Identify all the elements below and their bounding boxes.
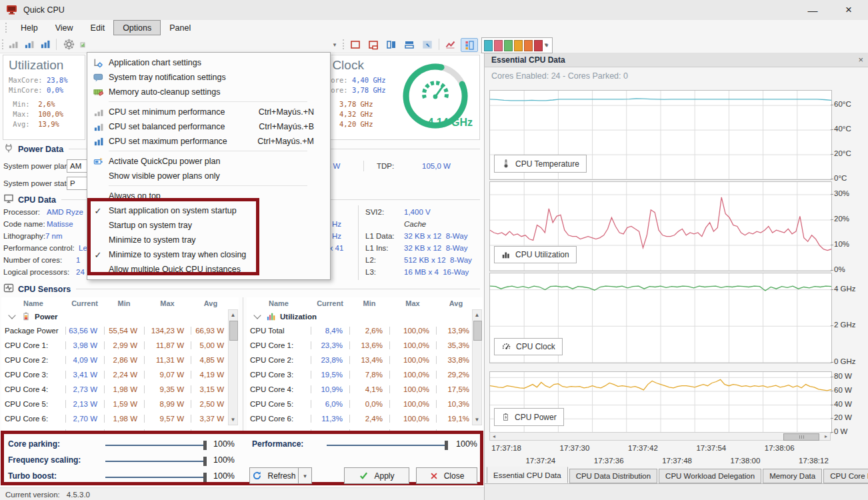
zigzag-chart-button[interactable]	[442, 38, 458, 51]
table-row[interactable]: CPU Core 1:3,98 W2,99 W11,87 W5,00 W	[1, 338, 227, 353]
slider-track[interactable]	[105, 477, 205, 478]
table-row[interactable]: CPU Core 4:10,9%4,1%100,0%17,5%	[247, 382, 471, 397]
menu-item-show-visible-power-plans-only[interactable]: Show visible power plans only	[87, 169, 330, 183]
panel-title: Essential CPU Data	[491, 55, 565, 65]
table-row[interactable]: CPU Core 5:6,0%0,0%100,0%10,3%	[247, 397, 471, 411]
toolbar-dropdown-arrow[interactable]: ▾	[330, 38, 339, 51]
menu-options[interactable]: Options	[113, 20, 161, 35]
menu-item-startup-on-system-tray[interactable]: Startup on system tray	[87, 218, 330, 233]
menu-item-activate-quickcpu-power-plan[interactable]: Activate QuickCpu power plan	[87, 154, 330, 169]
tab-memory-data[interactable]: Memory Data	[763, 469, 822, 483]
refresh-button[interactable]: Refresh	[249, 467, 299, 484]
bars-max-button[interactable]	[38, 38, 52, 51]
menu-item-minimize-to-system-tray[interactable]: Minimize to system tray	[87, 233, 330, 247]
table-row[interactable]: CPU Core 2:4,09 W2,86 W11,31 W4,85 W	[1, 353, 227, 367]
tab-cpu-core-parking[interactable]: CPU Core Parking	[823, 469, 868, 483]
scroll-up-arrow[interactable]: ▲	[473, 310, 481, 320]
vertical-scrollbar[interactable]: ▲▼	[472, 309, 482, 425]
menu-item-cpu-set-balanced-performance[interactable]: CPU set balanced performanceCtrl+Mayús.+…	[87, 119, 330, 134]
close-button-panel[interactable]: Close	[416, 467, 477, 484]
cpu-data-fragment: Hz	[332, 232, 341, 240]
utilization-group-row[interactable]: Utilization	[247, 309, 483, 323]
gauge-icon	[501, 342, 511, 351]
menu-view[interactable]: View	[47, 20, 82, 35]
scrollbar-thumb[interactable]	[229, 321, 238, 341]
refresh-dropdown-button[interactable]: ▾	[298, 467, 312, 484]
menu-item-cpu-set-minimum-performance[interactable]: CPU set minimum performanceCtrl+Mayús.+N	[87, 105, 330, 119]
stacked-rows-button[interactable]	[401, 38, 417, 51]
time-tick-label: 17:37:24	[525, 457, 555, 465]
scroll-right-arrow[interactable]: ▸	[822, 433, 830, 440]
menu-edit[interactable]: Edit	[82, 20, 114, 35]
chevron-down-icon[interactable]	[253, 311, 261, 319]
chart-horizontal-scrollbar[interactable]: ◂▸	[489, 432, 831, 441]
vertical-scrollbar[interactable]: ▲▼	[228, 309, 238, 425]
color-swatch[interactable]	[484, 40, 493, 51]
power-group-row[interactable]: Power	[1, 309, 239, 323]
color-swatch[interactable]	[504, 40, 513, 51]
tab-cpu-workload-delegation[interactable]: CPU Workload Delegation	[659, 469, 761, 483]
slider-track[interactable]	[327, 445, 447, 446]
settings-gear-button[interactable]	[61, 38, 76, 51]
menu-item-memory-auto-cleanup-settings[interactable]: Memory auto-cleanup settings	[87, 85, 330, 99]
table-row[interactable]: CPU Total8,4%2,6%100,0%13,9%	[247, 323, 471, 338]
menu-item-application-chart-settings[interactable]: Application chart settings	[87, 55, 330, 70]
table-row[interactable]: Package Power63,56 W55,54 W134,23 W66,93…	[1, 323, 227, 338]
table-row[interactable]: CPU Core 7:2,01 W0,73 W9,06 W1,97 W	[1, 426, 227, 431]
close-button[interactable]: ×	[833, 0, 864, 20]
scroll-up-arrow[interactable]: ▲	[229, 310, 237, 320]
tab-essential-cpu-data[interactable]: Essential CPU Data	[487, 467, 568, 483]
slider-track[interactable]	[105, 461, 205, 462]
menu-help[interactable]: Help	[12, 20, 47, 35]
table-row[interactable]: CPU Core 2:23,8%13,4%100,0%33,8%	[247, 353, 471, 367]
table-row[interactable]: CPU Core 1:23,3%13,6%100,0%35,3%	[247, 338, 471, 353]
time-tick-label: 17:38:00	[731, 457, 761, 465]
scrollbar-thumb[interactable]	[783, 433, 819, 441]
bars-min-button[interactable]	[6, 38, 20, 51]
menu-panel[interactable]: Panel	[161, 20, 199, 35]
power-header-row: NameCurrentMinMaxAvg	[1, 297, 227, 309]
slider-handle[interactable]	[203, 473, 207, 482]
slider-track[interactable]	[105, 445, 205, 446]
scrollbar-thumb[interactable]	[473, 321, 482, 341]
menu-item-always-on-top[interactable]: Always on top	[87, 189, 330, 203]
window-panel-layout-button[interactable]	[365, 38, 381, 51]
y-axis-tick	[831, 129, 833, 130]
color-swatch[interactable]	[494, 40, 503, 51]
sensor-name: CPU Core 6:	[247, 415, 311, 423]
window-back-button[interactable]	[419, 38, 435, 51]
menu-item-allow-multiple-quick-cpu-instances[interactable]: Allow multiple Quick CPU instances	[87, 262, 330, 277]
menu-item-cpu-set-maximum-performance[interactable]: CPU set maximum performanceCtrl+Mayús.+M	[87, 134, 330, 149]
panel-close-icon[interactable]: ×	[858, 55, 863, 65]
tab-cpu-data-distribution[interactable]: CPU Data Distribution	[569, 469, 657, 483]
scroll-down-arrow[interactable]: ▼	[229, 415, 237, 425]
scroll-down-arrow[interactable]: ▼	[473, 415, 481, 425]
table-row[interactable]: CPU Core 4:2,73 W1,98 W9,35 W3,15 W	[1, 382, 227, 397]
menu-item-system-tray-notification-settings[interactable]: System tray notification settings	[87, 70, 330, 85]
chevron-down-icon[interactable]	[8, 311, 15, 319]
menu-item-label: CPU set maximum performance	[109, 137, 257, 146]
split-columns-button[interactable]	[383, 38, 399, 51]
color-swatch[interactable]	[524, 40, 533, 51]
menu-item-start-application-on-system-startup[interactable]: ✓Start application on system startup	[87, 203, 330, 218]
toolbar-dropdown-arrow[interactable]: ▾	[541, 38, 551, 51]
bars-balanced-icon	[24, 39, 34, 49]
chart-partial-button[interactable]	[78, 38, 87, 51]
window-layout-button[interactable]	[347, 38, 363, 51]
slider-handle[interactable]	[445, 441, 448, 450]
table-row[interactable]: CPU Core 3:3,41 W2,24 W9,07 W4,19 W	[1, 367, 227, 382]
slider-handle[interactable]	[203, 441, 207, 450]
table-row[interactable]: CPU Core 6:11,3%2,4%100,0%19,1%	[247, 411, 471, 426]
table-row[interactable]: CPU Core 5:2,13 W1,59 W8,99 W2,50 W	[1, 397, 227, 411]
table-row[interactable]: CPU Core 3:19,5%7,8%100,0%29,2%	[247, 367, 471, 382]
slider-handle[interactable]	[203, 457, 207, 466]
color-swatch[interactable]	[514, 40, 523, 51]
table-row[interactable]: CPU Core 6:2,70 W1,98 W9,57 W3,37 W	[1, 411, 227, 426]
table-row[interactable]: CPU Core 7:0,3%0,0%100,0%3,6%	[247, 426, 471, 431]
bars-balanced-button[interactable]	[22, 38, 36, 51]
scroll-left-arrow[interactable]: ◂	[490, 433, 498, 440]
minimize-button[interactable]: —	[797, 0, 828, 20]
panel-list-button[interactable]	[461, 38, 478, 52]
apply-button[interactable]: Apply	[344, 467, 409, 484]
menu-item-minimize-to-system-tray-when-closing[interactable]: ✓Minimize to system tray when closing	[87, 247, 330, 262]
